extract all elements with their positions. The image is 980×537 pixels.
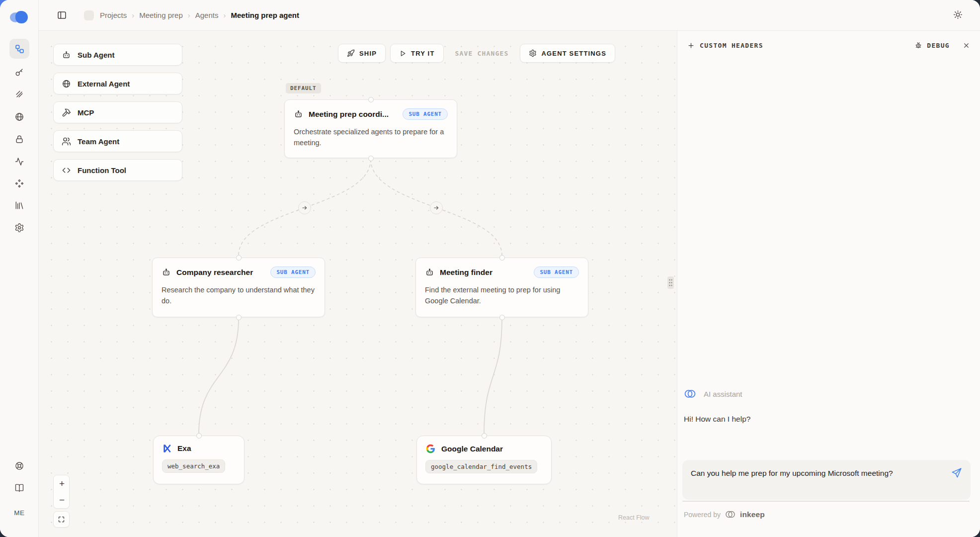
bot-icon [294,109,303,119]
bot-icon [162,268,171,277]
palette-item-sub-agent[interactable]: Sub Agent [53,44,182,66]
breadcrumb-separator: › [132,11,134,19]
code-icon [62,166,71,175]
save-changes-button[interactable]: SAVE CHANGES [448,44,516,63]
activity-icon [14,157,24,167]
node-description: Find the external meeting to prep for us… [425,284,579,307]
handle-researcher-bottom[interactable] [236,315,242,320]
bot-icon [62,50,71,60]
rail-item-help[interactable] [9,456,29,476]
sub-agent-badge: SUB AGENT [534,267,579,278]
palette-item-mcp[interactable]: MCP [53,101,182,123]
fit-view-button[interactable] [53,511,70,528]
breadcrumb-current: Meeting prep agent [231,11,299,19]
rail-item-api-keys[interactable] [9,62,29,82]
breadcrumb-separator: › [223,11,226,19]
palette-item-external-agent[interactable]: External Agent [53,73,182,94]
breadcrumb-meeting-prep[interactable]: Meeting prep [139,11,183,19]
custom-headers-label: CUSTOM HEADERS [700,42,763,49]
try-it-button-label: TRY IT [411,50,434,57]
inkeep-logo[interactable] [10,11,29,24]
handle-researcher-top[interactable] [236,255,242,261]
gear-icon [14,223,24,233]
rail-item-library[interactable] [9,195,29,215]
plus-icon [687,42,695,49]
icon-rail: ME [0,0,39,537]
assistant-message: Hi! How can I help? [684,415,750,424]
sub-agent-badge: SUB AGENT [403,108,448,120]
library-icon [14,200,24,210]
node-title: Meeting prep coordi... [309,110,389,119]
globe-icon [14,112,24,122]
inkeep-venn-icon [725,510,736,519]
palette-item-label: Function Tool [78,166,126,175]
top-bar: Projects › Meeting prep › Agents › Meeti… [39,0,980,31]
key-icon [14,67,24,77]
rail-item-graph[interactable] [9,39,29,59]
rail-item-credentials[interactable] [9,85,29,104]
book-open-icon [14,483,24,493]
globe-icon [62,79,71,89]
node-exa-tool[interactable]: Exa web_search_exa [153,436,245,484]
palette-item-label: Sub Agent [78,51,114,59]
rail-item-docs[interactable] [9,478,29,498]
flow-canvas[interactable]: Sub Agent External Agent MCP Team Agent … [39,31,677,537]
handle-finder-top[interactable] [499,255,505,261]
rail-item-activity[interactable] [9,152,29,172]
node-meeting-finder[interactable]: Meeting finder SUB AGENT Find the extern… [415,258,588,317]
chat-input-value: Can you help me prep for my upcoming Mic… [691,466,939,480]
node-title: Exa [177,444,191,453]
ai-assistant-icon [683,388,697,399]
canvas-toolbar: SHIP TRY IT SAVE CHANGES AGENT SETTINGS [338,44,615,63]
agent-settings-button[interactable]: AGENT SETTINGS [520,44,615,63]
rail-item-security[interactable] [9,129,29,149]
custom-headers-button[interactable]: CUSTOM HEADERS [687,42,763,49]
hammer-icon [62,108,71,117]
panel-resize-grip[interactable] [667,276,674,289]
palette-item-label: MCP [78,108,94,117]
debug-button[interactable]: DEBUG [914,41,950,49]
input-divider [682,501,970,502]
handle-coordinator-top[interactable] [368,97,374,102]
node-title: Google Calendar [441,445,503,453]
react-flow-attribution[interactable]: React Flow [618,514,650,521]
node-title: Company researcher [176,268,253,277]
rail-item-settings[interactable] [9,218,29,238]
palette-item-team-agent[interactable]: Team Agent [53,130,182,152]
rail-item-components[interactable] [9,174,29,193]
project-avatar [84,10,94,20]
components-icon [14,179,24,188]
workflow-icon [14,44,25,54]
handle-gcal-top[interactable] [482,433,487,439]
close-icon[interactable] [963,42,970,49]
sidebar-toggle-icon[interactable] [57,10,67,20]
assistant-label: AI assistant [704,390,742,398]
handle-exa-top[interactable] [196,433,202,439]
rocket-icon [347,49,355,57]
handle-coordinator-bottom[interactable] [368,156,374,161]
node-title: Meeting finder [440,268,492,277]
zoom-in-button[interactable]: + [54,475,70,492]
theme-toggle-sun-icon[interactable] [953,9,963,20]
breadcrumb-agents[interactable]: Agents [195,11,219,19]
breadcrumb: Projects › Meeting prep › Agents › Meeti… [100,11,299,19]
node-google-calendar-tool[interactable]: Google Calendar google_calendar_find_eve… [416,436,552,484]
ship-button[interactable]: SHIP [338,44,386,63]
send-icon[interactable] [951,467,962,478]
default-agent-tag: DEFAULT [286,83,321,93]
breadcrumb-projects[interactable]: Projects [100,11,127,19]
rail-item-external-agents[interactable] [9,107,29,127]
try-it-button[interactable]: TRY IT [390,44,443,63]
powered-by[interactable]: Powered by inkeep [684,510,765,519]
zoom-out-button[interactable]: − [54,492,70,508]
sub-agent-badge: SUB AGENT [270,267,316,278]
user-avatar[interactable]: ME [0,509,39,517]
palette-item-function-tool[interactable]: Function Tool [53,159,182,181]
fit-view-icon [58,516,65,523]
node-meeting-prep-coordinator[interactable]: Meeting prep coordi... SUB AGENT Orchest… [284,99,457,158]
palette-item-label: Team Agent [78,137,119,146]
handle-finder-bottom[interactable] [499,315,505,320]
node-company-researcher[interactable]: Company researcher SUB AGENT Research th… [152,258,325,317]
node-description: Research the company to understand what … [162,284,316,307]
chat-input[interactable]: Can you help me prep for my upcoming Mic… [682,460,971,500]
